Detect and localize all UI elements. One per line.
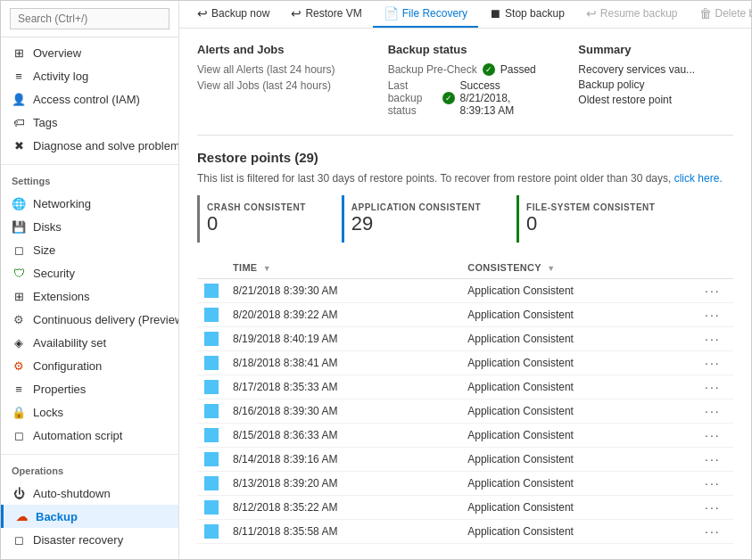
table-row: 8/19/2018 8:40:19 AM Application Consist… [197, 327, 733, 351]
sidebar-item-auto-shutdown[interactable]: ⏻ Auto-shutdown [1, 482, 178, 505]
operations-section-label: Operations [1, 458, 178, 478]
file-recovery-button[interactable]: 📄 File Recovery [373, 1, 478, 28]
sidebar-main-section: ⊞ Overview ≡ Activity log 👤 Access contr… [1, 37, 178, 161]
alerts-suffix: (last 24 hours) [267, 63, 335, 76]
row-consistency: Application Consistent [460, 496, 698, 520]
view-jobs-link[interactable]: View all Jobs (last 24 hours) [197, 79, 352, 92]
consistency-row: CRASH CONSISTENT 0 APPLICATION CONSISTEN… [197, 195, 733, 243]
sidebar-item-diagnose[interactable]: ✖ Diagnose and solve problems [1, 134, 178, 157]
last-backup-label: Last backup status [388, 79, 437, 117]
app-consistent-value: 29 [351, 212, 481, 235]
filter-link[interactable]: click here. [674, 172, 723, 185]
sidebar-item-continuous-delivery[interactable]: ⚙ Continuous delivery (Preview) [1, 308, 178, 331]
row-ellipsis-button[interactable]: ··· [705, 500, 721, 515]
restore-vm-button[interactable]: ↩ Restore VM [280, 1, 372, 28]
sidebar-item-update-management[interactable]: ⟳ Update management [1, 551, 178, 559]
sidebar-item-overview[interactable]: ⊞ Overview [1, 41, 178, 64]
col-consistency: CONSISTENCY ▼ [460, 257, 698, 279]
backup-now-button[interactable]: ↩ Backup now [186, 1, 280, 28]
restore-points-tbody: 8/21/2018 8:39:30 AM Application Consist… [197, 279, 733, 544]
row-ellipsis-button[interactable]: ··· [705, 308, 721, 322]
sidebar-item-properties[interactable]: ≡ Properties [1, 377, 178, 400]
color-indicator [204, 524, 219, 539]
sidebar-item-size[interactable]: ◻ Size [1, 238, 178, 261]
sidebar-item-access-control[interactable]: 👤 Access control (IAM) [1, 87, 178, 111]
sidebar-item-availability-set[interactable]: ◈ Availability set [1, 331, 178, 354]
table-row: 8/12/2018 8:35:22 AM Application Consist… [197, 496, 733, 520]
last-backup-status-dot [442, 92, 455, 104]
summary-title: Summary [578, 43, 733, 56]
row-ellipsis-button[interactable]: ··· [705, 452, 721, 466]
automation-icon: ◻ [12, 428, 26, 442]
diagnose-icon: ✖ [12, 138, 26, 152]
table-header-row: TIME ▼ CONSISTENCY ▼ [197, 257, 733, 279]
delete-backup-icon: 🗑 [699, 6, 712, 21]
summary-section: Summary Recovery services vau... Backup … [578, 43, 733, 120]
access-icon: 👤 [12, 92, 26, 106]
row-consistency: Application Consistent [460, 472, 698, 496]
time-sort-icon[interactable]: ▼ [263, 264, 271, 273]
sidebar-item-disaster-recovery[interactable]: ◻ Disaster recovery [1, 528, 178, 551]
table-row: 8/13/2018 8:39:20 AM Application Consist… [197, 472, 733, 496]
search-input[interactable] [10, 8, 169, 29]
color-indicator [204, 428, 219, 442]
table-row: 8/11/2018 8:35:58 AM Application Consist… [197, 520, 733, 544]
sidebar-item-configuration[interactable]: ⚙ Configuration [1, 354, 178, 377]
sidebar-item-locks[interactable]: 🔒 Locks [1, 400, 178, 424]
sidebar-item-security[interactable]: 🛡 Security [1, 261, 178, 284]
row-time: 8/17/2018 8:35:33 AM [226, 375, 460, 399]
row-consistency: Application Consistent [460, 351, 698, 375]
sidebar-divider-1 [1, 164, 178, 165]
summary-item-1: Backup policy [578, 78, 733, 91]
sidebar-item-automation-script[interactable]: ◻ Automation script [1, 424, 178, 447]
summary-item-0: Recovery services vau... [578, 63, 733, 76]
row-indicator [197, 351, 226, 375]
row-ellipsis-button[interactable]: ··· [705, 356, 721, 370]
crash-consistent-badge: CRASH CONSISTENT 0 [197, 195, 324, 243]
summary-item-2: Oldest restore point [578, 94, 733, 106]
table-row: 8/18/2018 8:38:41 AM Application Consist… [197, 351, 733, 375]
summary-row: Alerts and Jobs View all Alerts (last 24… [197, 43, 733, 136]
row-actions: ··· [698, 472, 733, 496]
row-ellipsis-button[interactable]: ··· [705, 332, 721, 346]
row-time: 8/11/2018 8:35:58 AM [226, 520, 460, 544]
row-ellipsis-button[interactable]: ··· [705, 476, 721, 490]
row-indicator [197, 496, 226, 520]
sidebar-item-backup[interactable]: ☁ Backup [1, 505, 178, 528]
resume-backup-icon: ↩ [586, 6, 597, 21]
row-time: 8/19/2018 8:40:19 AM [226, 327, 460, 351]
app-consistent-label: APPLICATION CONSISTENT [351, 202, 481, 212]
locks-icon: 🔒 [12, 405, 26, 419]
row-ellipsis-button[interactable]: ··· [705, 524, 721, 539]
row-time: 8/13/2018 8:39:20 AM [226, 472, 460, 496]
resume-backup-button[interactable]: ↩ Resume backup [575, 1, 689, 28]
filter-description: This list is filtered for last 30 days o… [197, 172, 733, 185]
restore-vm-icon: ↩ [291, 6, 302, 21]
stop-backup-button[interactable]: ⏹ Stop backup [478, 1, 575, 28]
backup-now-icon: ↩ [197, 6, 208, 21]
row-ellipsis-button[interactable]: ··· [705, 284, 721, 298]
jobs-suffix: (last 24 hours) [262, 79, 331, 92]
precheck-status-value: Passed [500, 63, 536, 76]
row-consistency: Application Consistent [460, 375, 698, 399]
row-ellipsis-button[interactable]: ··· [705, 404, 721, 418]
sidebar-item-activity-log[interactable]: ≡ Activity log [1, 64, 178, 87]
sidebar-item-disks[interactable]: 💾 Disks [1, 215, 178, 238]
sidebar-item-networking[interactable]: 🌐 Networking [1, 192, 178, 215]
tags-icon: 🏷 [12, 115, 26, 129]
view-alerts-link[interactable]: View all Alerts (last 24 hours) [197, 63, 352, 76]
delete-backup-button[interactable]: 🗑 Delete backup data [689, 1, 752, 28]
row-ellipsis-button[interactable]: ··· [705, 428, 721, 442]
row-ellipsis-button[interactable]: ··· [705, 380, 721, 394]
file-recovery-icon: 📄 [384, 6, 399, 21]
color-indicator [204, 308, 219, 322]
backup-status-title: Backup status [388, 43, 543, 56]
row-consistency: Application Consistent [460, 399, 698, 424]
sidebar-item-extensions[interactable]: ⊞ Extensions [1, 284, 178, 308]
row-time: 8/14/2018 8:39:16 AM [226, 448, 460, 472]
table-row: 8/20/2018 8:39:22 AM Application Consist… [197, 303, 733, 327]
restore-points-table: TIME ▼ CONSISTENCY ▼ 8/21/2018 8: [197, 257, 733, 544]
consistency-sort-icon[interactable]: ▼ [547, 264, 555, 273]
sidebar-item-tags[interactable]: 🏷 Tags [1, 111, 178, 134]
alerts-jobs-section: Alerts and Jobs View all Alerts (last 24… [197, 43, 352, 120]
